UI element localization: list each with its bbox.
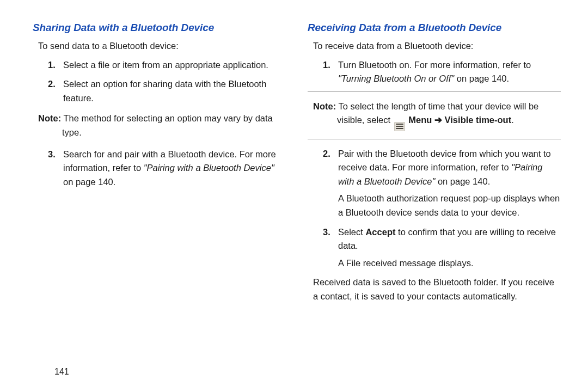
manual-page: Sharing Data with a Bluetooth Device To …: [0, 0, 588, 392]
arrow-icon: ➔: [432, 115, 444, 125]
step-2-left: Select an option for sharing data with t…: [48, 77, 286, 105]
page-number: 141: [54, 367, 69, 377]
note-label-left: Note:: [38, 113, 61, 123]
left-column: Sharing Data with a Bluetooth Device To …: [33, 22, 286, 381]
note-period: .: [511, 115, 514, 125]
heading-receiving: Receiving Data from a Bluetooth Device: [308, 22, 561, 34]
steps-right: Turn Bluetooth on. For more information,…: [323, 58, 561, 86]
menu-icon: [394, 122, 405, 131]
menu-label: Menu: [408, 115, 432, 125]
visible-timeout-label: Visible time-out: [445, 115, 512, 125]
note-left: Note: The method for selecting an option…: [38, 112, 286, 139]
intro-right: To receive data from a Bluetooth device:: [313, 39, 561, 53]
step3-left-b: on page 140.: [63, 177, 115, 187]
right-column: Receiving Data from a Bluetooth Device T…: [308, 22, 561, 381]
step-2-right: Pair with the Bluetooth device from whic…: [323, 147, 561, 220]
step2-right-b: on page 140.: [435, 176, 490, 186]
heading-sharing: Sharing Data with a Bluetooth Device: [33, 22, 286, 34]
step2-right-sub: A Bluetooth authorization request pop-up…: [338, 192, 561, 219]
step1-right-b: on page 140.: [454, 74, 509, 83]
divider-top: [308, 91, 561, 92]
steps-left-cont: Search for and pair with a Bluetooth dev…: [48, 148, 286, 189]
accept-label: Accept: [365, 227, 395, 237]
step-1-left: Select a file or item from an appropriat…: [48, 58, 286, 72]
step1-right-a: Turn Bluetooth on. For more information,…: [338, 60, 531, 70]
ref-turning: "Turning Bluetooth On or Off": [338, 74, 454, 83]
note-right: Note: To select the length of time that …: [313, 100, 561, 131]
note-label-right: Note:: [313, 101, 336, 111]
note-text-left: The method for selecting an option may v…: [61, 113, 273, 137]
step-3-left: Search for and pair with a Bluetooth dev…: [48, 148, 286, 189]
step-1-right: Turn Bluetooth on. For more information,…: [323, 58, 561, 86]
steps-left: Select a file or item from an appropriat…: [48, 58, 286, 106]
step3-right-a: Select: [338, 227, 365, 237]
intro-left: To send data to a Bluetooth device:: [38, 39, 286, 53]
step-3-right: Select Accept to confirm that you are wi…: [323, 225, 561, 271]
divider-bottom: [308, 139, 561, 139]
steps-right-cont: Pair with the Bluetooth device from whic…: [323, 147, 561, 271]
trailing-paragraph: Received data is saved to the Bluetooth …: [313, 275, 561, 303]
step3-right-sub: A File received message displays.: [338, 256, 561, 271]
ref-pairing-left: "Pairing with a Bluetooth Device": [144, 163, 274, 173]
